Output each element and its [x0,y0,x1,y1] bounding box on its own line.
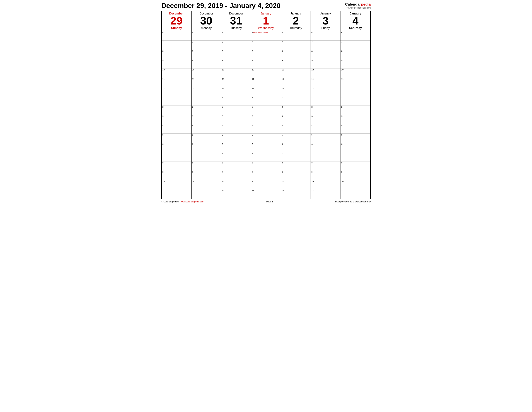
time-slot[interactable]: 7 [311,152,341,162]
time-slot[interactable]: 10 [221,68,251,78]
time-slot[interactable]: 9 [281,59,311,68]
time-slot[interactable]: 7 [191,152,221,162]
time-slot[interactable]: 7 [221,152,251,162]
time-slot[interactable]: 2 [251,106,281,115]
time-slot[interactable]: 9 [251,171,281,180]
time-slot[interactable]: 9 [191,59,221,68]
time-slot[interactable]: 7 [221,41,251,50]
time-slot[interactable]: 8 [162,50,191,59]
time-slot[interactable]: 6 [341,31,370,41]
time-slot[interactable]: 11 [221,78,251,87]
time-slot[interactable]: 9 [311,171,341,180]
time-slot[interactable]: 7 [311,41,341,50]
time-slot[interactable]: 1 [191,96,221,106]
time-slot[interactable]: 5 [251,134,281,143]
time-slot[interactable]: 9 [341,59,370,68]
time-slot[interactable]: 10 [281,68,311,78]
time-slot[interactable]: 10 [341,68,370,78]
time-slot[interactable]: 7 [191,41,221,50]
time-slot[interactable]: 7 [281,41,311,50]
time-slot[interactable]: 10 [311,68,341,78]
time-slot[interactable]: 10 [162,180,191,189]
time-slot[interactable]: 8 [311,50,341,59]
time-slot[interactable]: 10 [341,180,370,189]
time-slot[interactable]: 10 [251,68,281,78]
time-slot[interactable]: 6 [311,143,341,152]
time-slot[interactable]: 5 [162,134,191,143]
time-slot[interactable]: 6New Year's Day [251,31,281,41]
time-slot[interactable]: 3 [162,115,191,124]
time-slot[interactable]: 4 [162,124,191,134]
time-slot[interactable]: 8 [281,50,311,59]
time-slot[interactable]: 10 [281,180,311,189]
time-slot[interactable]: 5 [281,134,311,143]
time-slot[interactable]: 11 [311,189,341,199]
time-slot[interactable]: 12 [281,87,311,96]
time-slot[interactable]: 11 [311,78,341,87]
time-slot[interactable]: 12 [311,87,341,96]
time-slot[interactable]: 6 [281,143,311,152]
time-slot[interactable]: 6 [162,143,191,152]
time-slot[interactable]: 10 [311,180,341,189]
time-slot[interactable]: 3 [281,115,311,124]
time-slot[interactable]: 11 [191,189,221,199]
time-slot[interactable]: 6 [191,31,221,41]
time-slot[interactable]: 11 [281,189,311,199]
time-slot[interactable]: 12 [191,87,221,96]
time-slot[interactable]: 10 [191,68,221,78]
time-slot[interactable]: 11 [341,189,370,199]
time-slot[interactable]: 6 [311,31,341,41]
time-slot[interactable]: 9 [311,59,341,68]
time-slot[interactable]: 7 [251,152,281,162]
time-slot[interactable]: 9 [162,171,191,180]
time-slot[interactable]: 2 [281,106,311,115]
time-slot[interactable]: 1 [341,96,370,106]
time-slot[interactable]: 11 [281,78,311,87]
time-slot[interactable]: 2 [191,106,221,115]
time-slot[interactable]: 10 [221,180,251,189]
time-slot[interactable]: 6 [221,143,251,152]
time-slot[interactable]: 12 [251,87,281,96]
time-slot[interactable]: 6 [221,31,251,41]
time-slot[interactable]: 11 [162,78,191,87]
time-slot[interactable]: 7 [341,41,370,50]
time-slot[interactable]: 11 [251,78,281,87]
time-slot[interactable]: 4 [251,124,281,134]
time-slot[interactable]: 8 [281,162,311,171]
time-slot[interactable]: 4 [281,124,311,134]
time-slot[interactable]: 9 [221,171,251,180]
time-slot[interactable]: 4 [221,124,251,134]
time-slot[interactable]: 7 [251,41,281,50]
time-slot[interactable]: 5 [341,134,370,143]
time-slot[interactable]: 10 [162,68,191,78]
time-slot[interactable]: 12 [341,87,370,96]
time-slot[interactable]: 10 [191,180,221,189]
time-slot[interactable]: 8 [311,162,341,171]
time-slot[interactable]: 11 [341,78,370,87]
time-slot[interactable]: 8 [221,50,251,59]
time-slot[interactable]: 12 [221,87,251,96]
time-slot[interactable]: 4 [311,124,341,134]
time-slot[interactable]: 5 [221,134,251,143]
time-slot[interactable]: 11 [251,189,281,199]
time-slot[interactable]: 6 [162,31,191,41]
time-slot[interactable]: 3 [341,115,370,124]
time-slot[interactable]: 2 [311,106,341,115]
time-slot[interactable]: 4 [191,124,221,134]
time-slot[interactable]: 7 [341,152,370,162]
time-slot[interactable]: 1 [162,96,191,106]
time-slot[interactable]: 8 [341,162,370,171]
time-slot[interactable]: 8 [251,162,281,171]
time-slot[interactable]: 1 [281,96,311,106]
time-slot[interactable]: 8 [162,162,191,171]
time-slot[interactable]: 6 [191,143,221,152]
time-slot[interactable]: 9 [341,171,370,180]
time-slot[interactable]: 2 [221,106,251,115]
time-slot[interactable]: 3 [221,115,251,124]
time-slot[interactable]: 5 [191,134,221,143]
time-slot[interactable]: 8 [251,50,281,59]
time-slot[interactable]: 6 [281,31,311,41]
time-slot[interactable]: 3 [311,115,341,124]
time-slot[interactable]: 6 [341,143,370,152]
time-slot[interactable]: 9 [162,59,191,68]
